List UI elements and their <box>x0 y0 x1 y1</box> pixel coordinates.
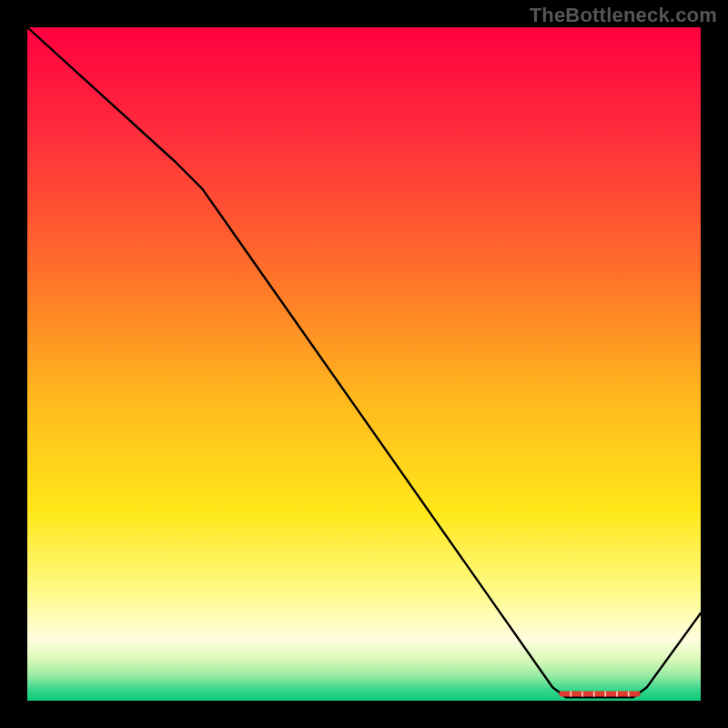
svg-rect-0 <box>571 692 572 697</box>
baseline-marker <box>560 692 641 697</box>
chart-frame: TheBottleneck.com <box>0 0 728 728</box>
watermark-text: TheBottleneck.com <box>530 4 717 27</box>
svg-rect-5 <box>628 692 630 697</box>
chart-plot <box>27 27 701 701</box>
svg-rect-3 <box>605 692 607 697</box>
gradient-background <box>27 27 701 701</box>
svg-rect-1 <box>581 692 583 697</box>
svg-rect-4 <box>616 692 618 697</box>
svg-rect-2 <box>593 692 595 697</box>
